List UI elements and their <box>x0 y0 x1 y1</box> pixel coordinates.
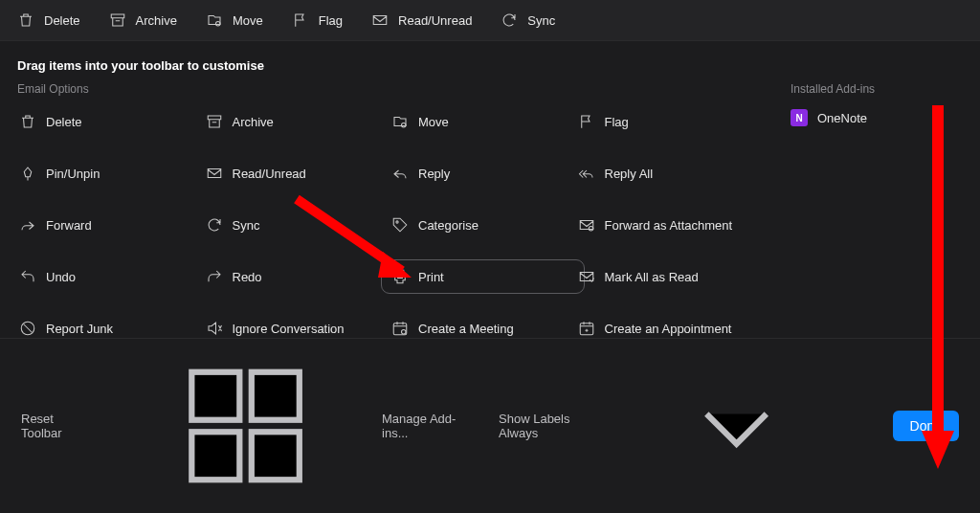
addin-icon <box>117 354 374 498</box>
option-read-unread[interactable]: Read/Unread <box>204 161 390 186</box>
option-delete[interactable]: Delete <box>17 109 204 134</box>
toolbar-move[interactable]: Move <box>206 11 263 29</box>
pin-icon <box>19 165 36 182</box>
trash-icon <box>19 113 36 130</box>
toolbar-sync[interactable]: Sync <box>501 11 555 29</box>
toolbar-readunread[interactable]: Read/Unread <box>371 11 472 29</box>
mute-icon <box>206 320 223 337</box>
mark-read-icon <box>578 268 595 285</box>
option-forward[interactable]: Forward <box>17 212 204 237</box>
undo-icon <box>19 268 36 285</box>
instruction-text: Drag items into your toolbar to customis… <box>0 41 980 82</box>
option-pin-unpin[interactable]: Pin/Unpin <box>17 161 204 186</box>
toolbar-delete[interactable]: Delete <box>17 11 80 29</box>
top-toolbar: Delete Archive Move Flag Read/Unread Syn… <box>0 0 980 41</box>
forward-attach-icon <box>578 216 595 234</box>
option-archive[interactable]: Archive <box>204 109 390 134</box>
redo-icon <box>206 268 223 285</box>
option-reply[interactable]: Reply <box>390 161 576 186</box>
move-icon <box>206 11 223 29</box>
toolbar-label: Delete <box>44 13 80 28</box>
onenote-icon: N <box>791 109 808 126</box>
reset-toolbar-button[interactable]: Reset Toolbar <box>21 412 90 440</box>
manage-addins-button[interactable]: Manage Add-ins... <box>117 354 472 498</box>
option-sync[interactable]: Sync <box>204 212 390 237</box>
option-categorise[interactable]: Categorise <box>390 212 576 237</box>
envelope-icon <box>371 11 389 29</box>
option-undo[interactable]: Undo <box>17 264 204 289</box>
move-icon <box>391 113 409 130</box>
installed-addins-heading: Installed Add-ins <box>791 82 963 96</box>
done-button[interactable]: Done <box>893 411 959 441</box>
tag-icon <box>391 216 409 234</box>
toolbar-archive[interactable]: Archive <box>109 11 177 29</box>
option-redo[interactable]: Redo <box>204 264 390 289</box>
chevron-down-icon <box>608 354 865 498</box>
addin-onenote[interactable]: N OneNote <box>791 109 963 126</box>
archive-icon <box>206 113 223 130</box>
print-icon <box>391 268 409 285</box>
show-labels-select[interactable]: Show Labels Always <box>499 354 865 498</box>
sync-icon <box>206 216 223 234</box>
email-options-heading: Email Options <box>17 82 762 96</box>
junk-icon <box>19 320 36 337</box>
toolbar-flag[interactable]: Flag <box>292 11 343 29</box>
trash-icon <box>17 11 34 29</box>
option-mark-all-as-read[interactable]: Mark All as Read <box>576 264 763 289</box>
envelope-icon <box>206 165 223 182</box>
archive-icon <box>109 11 126 29</box>
flag-icon <box>578 113 595 130</box>
reply-icon <box>391 165 409 182</box>
meeting-icon <box>391 320 409 337</box>
forward-icon <box>19 216 36 234</box>
appointment-icon <box>578 320 595 337</box>
flag-icon <box>292 11 309 29</box>
option-flag[interactable]: Flag <box>576 109 763 134</box>
option-print[interactable]: Print <box>382 260 584 293</box>
option-forward-as-attachment[interactable]: Forward as Attachment <box>576 212 763 237</box>
footer: Reset Toolbar Manage Add-ins... Show Lab… <box>0 338 980 513</box>
sync-icon <box>501 11 518 29</box>
option-move[interactable]: Move <box>390 109 576 134</box>
option-reply-all[interactable]: Reply All <box>576 161 763 186</box>
reply-all-icon <box>578 165 595 182</box>
